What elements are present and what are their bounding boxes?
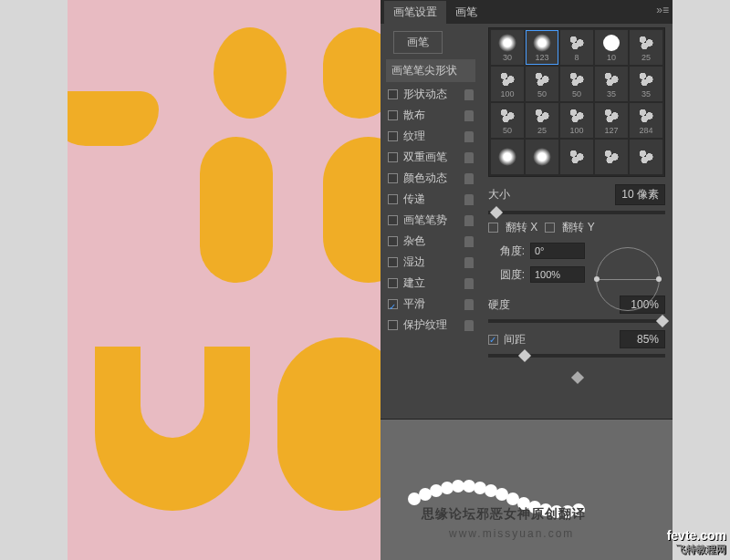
brush-preset[interactable]: 25 <box>526 103 558 138</box>
option-checkbox[interactable] <box>388 320 398 330</box>
lock-icon[interactable] <box>464 278 474 289</box>
lock-icon[interactable] <box>464 89 474 100</box>
lock-icon[interactable] <box>464 173 474 184</box>
flip-y-checkbox[interactable] <box>545 223 555 233</box>
brush-presets-button[interactable]: 画笔 <box>393 31 443 54</box>
option-checkbox[interactable] <box>388 152 398 162</box>
preview-zoom-slider[interactable] <box>488 376 665 379</box>
brush-settings-panel: 画笔设置 画笔 »≡ 画笔 画笔笔尖形状 形状动态散布纹理双重画笔颜色动态传递画… <box>381 0 673 560</box>
option-label: 纹理 <box>403 129 425 144</box>
option-checkbox[interactable] <box>388 89 398 99</box>
brush-preset[interactable]: 25 <box>630 30 662 65</box>
lock-icon[interactable] <box>464 110 474 121</box>
hardness-label: 硬度 <box>488 297 620 313</box>
brush-option-row[interactable]: 杂色 <box>386 231 475 252</box>
option-label: 传递 <box>403 192 425 207</box>
option-checkbox[interactable] <box>388 194 398 204</box>
brush-preset[interactable] <box>526 140 558 174</box>
brush-option-row[interactable]: 画笔笔势 <box>386 210 475 231</box>
flip-x-checkbox[interactable] <box>488 223 498 233</box>
lock-icon[interactable] <box>464 299 474 310</box>
option-label: 形状动态 <box>403 87 447 102</box>
roundness-input[interactable] <box>530 266 585 283</box>
panel-tabs: 画笔设置 画笔 »≡ <box>381 0 673 24</box>
site-logo: fevte.com 飞特教程网 <box>667 528 726 556</box>
lock-icon[interactable] <box>464 152 474 163</box>
brush-tip-shape-row[interactable]: 画笔笔尖形状 <box>386 59 475 82</box>
brush-options-column: 画笔 画笔笔尖形状 形状动态散布纹理双重画笔颜色动态传递画笔笔势杂色湿边建立平滑… <box>381 24 481 389</box>
artwork-shape <box>323 27 381 119</box>
brush-option-row[interactable]: 颜色动态 <box>386 168 475 189</box>
flip-x-label: 翻转 X <box>506 220 537 235</box>
brush-option-row[interactable]: 平滑 <box>386 294 475 315</box>
brush-preset[interactable]: 35 <box>630 67 662 101</box>
brush-preset[interactable]: 284 <box>630 103 662 138</box>
document-canvas[interactable] <box>68 0 381 560</box>
option-checkbox[interactable] <box>388 236 398 246</box>
brush-preset[interactable]: 50 <box>526 67 558 101</box>
lock-icon[interactable] <box>464 194 474 205</box>
option-checkbox[interactable] <box>388 299 398 309</box>
brush-preset[interactable]: 100 <box>491 67 524 101</box>
flip-y-label: 翻转 Y <box>562 220 594 235</box>
brush-option-row[interactable]: 建立 <box>386 273 475 294</box>
stroke-sample <box>408 474 590 511</box>
brush-preset[interactable]: 8 <box>560 30 593 65</box>
size-label: 大小 <box>488 187 615 202</box>
option-checkbox[interactable] <box>388 257 398 267</box>
brush-option-row[interactable]: 双重画笔 <box>386 147 475 168</box>
angle-input[interactable] <box>530 243 585 259</box>
brush-option-row[interactable]: 传递 <box>386 189 475 210</box>
size-slider[interactable] <box>488 211 665 214</box>
brush-preset[interactable]: 123 <box>526 30 558 65</box>
option-label: 颜色动态 <box>403 171 447 186</box>
option-label: 湿边 <box>403 254 425 270</box>
brush-preset-grid: 3012381025100505035355025100127284 <box>488 27 665 177</box>
brush-preset[interactable] <box>491 140 524 174</box>
brush-stroke-preview: 思缘论坛邪恶女神原创翻译 www.missyuan.com <box>381 419 673 560</box>
option-checkbox[interactable] <box>388 215 398 225</box>
lock-icon[interactable] <box>464 320 474 331</box>
brush-preset[interactable]: 50 <box>491 103 524 138</box>
lock-icon[interactable] <box>464 257 474 268</box>
tab-brush[interactable]: 画笔 <box>446 1 486 24</box>
brush-preset[interactable]: 30 <box>491 30 524 65</box>
lock-icon[interactable] <box>464 236 474 247</box>
artwork-shape <box>68 91 159 146</box>
option-label: 建立 <box>403 275 425 291</box>
brush-option-row[interactable]: 保护纹理 <box>386 315 475 336</box>
brush-preset[interactable]: 35 <box>595 67 628 101</box>
lock-icon[interactable] <box>464 131 474 142</box>
lock-icon[interactable] <box>464 215 474 226</box>
option-checkbox[interactable] <box>388 131 398 141</box>
brush-preset[interactable]: 100 <box>560 103 593 138</box>
angle-widget[interactable] <box>596 247 660 311</box>
hardness-slider[interactable] <box>488 319 665 323</box>
option-checkbox[interactable] <box>388 278 398 288</box>
spacing-checkbox[interactable] <box>488 335 498 345</box>
brush-properties-column: 3012381025100505035355025100127284 大小 10… <box>481 24 673 389</box>
panel-menu-icon[interactable]: »≡ <box>656 4 669 16</box>
brush-option-row[interactable]: 纹理 <box>386 126 475 147</box>
size-value[interactable]: 10 像素 <box>615 184 665 205</box>
option-label: 画笔笔势 <box>403 213 447 228</box>
brush-preset[interactable] <box>630 140 662 174</box>
brush-option-row[interactable]: 散布 <box>386 105 475 126</box>
option-checkbox[interactable] <box>388 173 398 183</box>
brush-preset[interactable] <box>560 140 593 174</box>
brush-option-row[interactable]: 湿边 <box>386 252 475 273</box>
brush-option-row[interactable]: 形状动态 <box>386 84 475 105</box>
option-label: 散布 <box>403 108 425 123</box>
watermark-url: www.missyuan.com <box>449 527 574 540</box>
brush-preset[interactable]: 10 <box>595 30 628 65</box>
artwork-shape <box>214 27 287 119</box>
brush-preset[interactable]: 50 <box>560 67 593 101</box>
brush-preset[interactable]: 127 <box>595 103 628 138</box>
spacing-label: 间距 <box>504 332 620 347</box>
option-checkbox[interactable] <box>388 110 398 120</box>
brush-preset[interactable] <box>595 140 628 174</box>
tab-brush-settings[interactable]: 画笔设置 <box>384 1 446 24</box>
artwork-shape <box>200 137 273 283</box>
spacing-value[interactable]: 85% <box>620 330 665 348</box>
spacing-slider[interactable] <box>488 354 665 358</box>
